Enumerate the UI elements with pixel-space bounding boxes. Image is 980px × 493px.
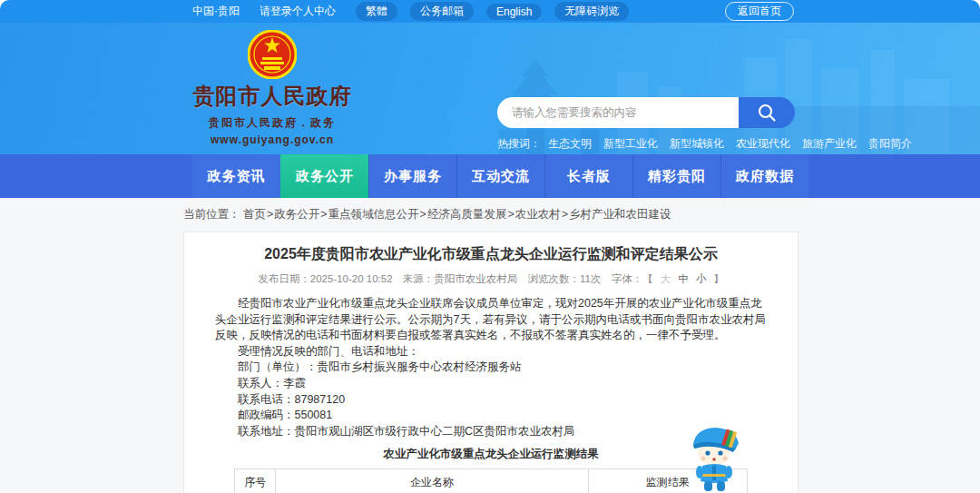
header-company: 企业名称 [276, 468, 588, 493]
hot-word-3[interactable]: 新型城镇化 [670, 136, 724, 152]
article-source: 来源：贵阳市农业农村局 [403, 273, 518, 284]
back-home-button[interactable]: 返回首页 [725, 2, 794, 21]
font-size-large[interactable]: 大 [661, 273, 671, 284]
article-title: 2025年度贵阳市农业产业化市级重点龙头企业运行监测和评定结果公示 [215, 245, 767, 264]
login-link[interactable]: 请登录个人中心 [260, 4, 336, 19]
monitoring-result-table: 序号 企业名称 监测结果 1 贵州合力超市采购有限公司 合格 2 贵州友禾种业有… [234, 468, 747, 493]
contact-phone: 联系电话：87987120 [215, 392, 767, 409]
nav-item-jingcai-guiyang[interactable]: 精彩贵阳 [632, 154, 720, 198]
traditional-chinese-button[interactable]: 繁體 [356, 2, 397, 21]
hot-word-5[interactable]: 旅游产业化 [802, 136, 857, 152]
nav-item-zhengfu-shuju[interactable]: 政府数据 [720, 154, 808, 198]
site-subtitle: 贵阳市人民政府．政务 [191, 115, 354, 131]
table-header-row: 序号 企业名称 监测结果 [235, 468, 747, 493]
hot-search-row: 热搜词： 生态文明 新型工业化 新型城镇化 农业现代化 旅游产业化 贵阳简介 [497, 136, 795, 152]
main-nav: 政务资讯 政务公开 办事服务 互动交流 长者版 精彩贵阳 政府数据 [0, 154, 980, 198]
font-size-bracket: 】 [713, 273, 724, 284]
nav-item-banshi-fuwu[interactable]: 办事服务 [368, 154, 456, 198]
hot-word-2[interactable]: 新型工业化 [603, 136, 658, 152]
search-area: 热搜词： 生态文明 新型工业化 新型城镇化 农业现代化 旅游产业化 贵阳简介 [497, 97, 795, 152]
breadcrumb-seg-2[interactable]: 重点领域信息公开 [328, 208, 419, 221]
nav-item-hudong-jiaoliu[interactable]: 互动交流 [456, 154, 544, 198]
breadcrumb-seg-3[interactable]: 经济高质量发展 [427, 208, 507, 221]
contact-department: 部门（单位）：贵阳市乡村振兴服务中心农村经济服务站 [215, 360, 767, 376]
site-title: 贵阳市人民政府 [191, 82, 354, 111]
nav-item-zhangzheban[interactable]: 长者版 [544, 154, 632, 198]
search-bar [497, 97, 795, 128]
hot-search-label: 热搜词： [497, 136, 541, 152]
font-size-label: 字体：【 [612, 273, 653, 284]
contact-person: 联系人：李霞 [215, 376, 767, 392]
mascot-widget[interactable] [682, 418, 748, 493]
site-banner: 贵阳市人民政府 贵阳市人民政府．政务 www.guiyang.gov.cn 热搜… [0, 23, 980, 154]
search-input[interactable] [497, 97, 739, 128]
article-paragraph-2: 受理情况反映的部门、电话和地址： [215, 344, 767, 360]
article-meta: 发布日期：2025-10-20 10:52 来源：贵阳市农业农村局 浏览次数：1… [215, 272, 767, 286]
view-count: 浏览次数：11次 [528, 273, 602, 284]
article-paragraph-1: 经贵阳市农业产业化市级重点龙头企业联席会议成员单位审定，现对2025年开展的农业… [215, 296, 767, 344]
hot-word-4[interactable]: 农业现代化 [736, 136, 790, 152]
font-size-medium[interactable]: 中 [678, 273, 689, 284]
font-size-small[interactable]: 小 [696, 273, 707, 284]
site-logo[interactable]: 贵阳市人民政府 贵阳市人民政府．政务 www.guiyang.gov.cn [191, 30, 354, 146]
search-button[interactable] [739, 97, 795, 128]
breadcrumb-label: 当前位置： [183, 208, 240, 221]
breadcrumb-seg-5[interactable]: 乡村产业和农田建设 [569, 208, 671, 221]
breadcrumb-seg-1[interactable]: 政务公开 [274, 208, 319, 221]
utility-bar: 中国·贵阳 请登录个人中心 繁體 公务邮箱 English 无障碍浏览 返回首页 [0, 0, 980, 23]
publish-date: 发布日期：2025-10-20 10:52 [258, 273, 392, 284]
breadcrumb-home[interactable]: 首页 [243, 208, 266, 221]
nav-item-zhengwu-zixun[interactable]: 政务资讯 [192, 154, 280, 198]
nav-item-zhengwu-gongkai[interactable]: 政务公开 [280, 154, 368, 198]
national-emblem-icon [248, 30, 297, 79]
official-mail-button[interactable]: 公务邮箱 [410, 2, 474, 21]
region-link[interactable]: 中国·贵阳 [192, 4, 240, 19]
hot-word-6[interactable]: 贵阳简介 [868, 136, 912, 152]
accessibility-button[interactable]: 无障碍浏览 [554, 2, 629, 21]
browser-viewport: 中国·贵阳 请登录个人中心 繁體 公务邮箱 English 无障碍浏览 返回首页 [0, 0, 980, 493]
content-area: 当前位置： 首页>政务公开>重点领域信息公开>经济高质量发展>农业农村>乡村产业… [0, 207, 980, 493]
site-url: www.guiyang.gov.cn [191, 133, 354, 146]
hot-word-1[interactable]: 生态文明 [548, 136, 592, 152]
search-icon [757, 103, 777, 123]
breadcrumb: 当前位置： 首页>政务公开>重点领域信息公开>经济高质量发展>农业农村>乡村产业… [183, 207, 980, 222]
header-index: 序号 [235, 468, 276, 493]
breadcrumb-seg-4[interactable]: 农业农村 [515, 208, 561, 221]
english-button[interactable]: English [486, 4, 542, 20]
